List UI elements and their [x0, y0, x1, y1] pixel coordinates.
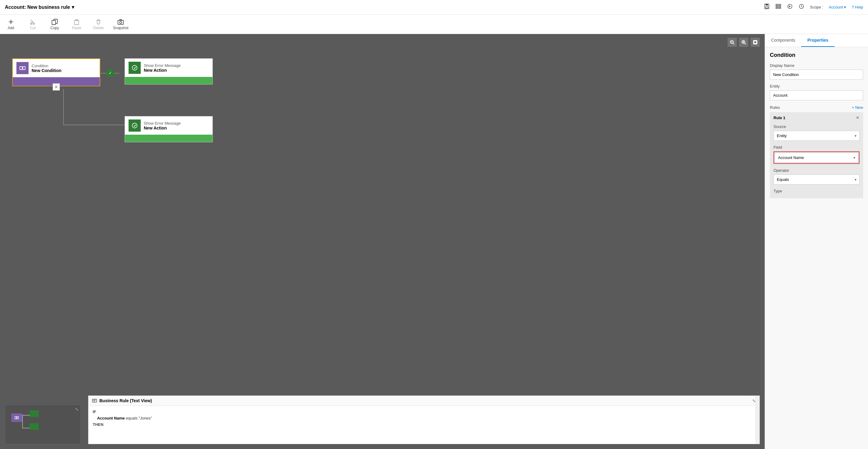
text-view-icon	[92, 398, 97, 403]
snapshot-button[interactable]: Snapshot	[113, 19, 129, 30]
action-true-top: Show Error Message New Action	[125, 59, 212, 77]
copy-label: Copy	[51, 26, 59, 30]
scope-value[interactable]: Account ▾	[829, 5, 846, 9]
svg-rect-17	[76, 20, 78, 21]
svg-rect-29	[754, 41, 756, 43]
connector-vertical	[63, 89, 64, 125]
panel-section-title: Condition	[770, 52, 863, 58]
mini-action-true-node	[29, 410, 39, 417]
cut-label: Cut	[30, 26, 36, 30]
history-icon[interactable]	[798, 3, 804, 11]
snapshot-label: Snapshot	[113, 26, 129, 30]
source-label: Source	[773, 124, 860, 129]
text-view-body: IF Account Name equals "Jones" THEN	[88, 406, 760, 431]
svg-rect-18	[97, 20, 100, 24]
panel-tabs: Components Properties	[765, 34, 868, 47]
display-name-label: Display Name	[770, 63, 863, 68]
svg-rect-31	[23, 67, 25, 70]
mini-expand-button[interactable]: ⤡	[75, 407, 79, 412]
action-false-node[interactable]: Show Error Message New Action	[125, 116, 213, 142]
svg-point-13	[33, 23, 35, 24]
connector-true: ✓	[101, 73, 119, 73]
add-button[interactable]: Add	[4, 19, 18, 30]
svg-rect-19	[118, 20, 123, 24]
field-select-inner-wrapper: Account Name ▾	[775, 153, 858, 162]
svg-line-38	[135, 125, 136, 126]
tab-components[interactable]: Components	[765, 34, 801, 47]
panel-body: Condition Display Name Entity Rules + Ne…	[765, 47, 868, 449]
svg-rect-2	[766, 7, 768, 8]
true-check-badge: ✓	[106, 69, 114, 77]
condition-node-top: Condition New Condition	[13, 59, 100, 77]
operator-select[interactable]: Equals	[773, 175, 860, 184]
action-false-bar	[125, 135, 212, 142]
add-label: Add	[8, 26, 14, 30]
properties-icon[interactable]	[775, 3, 781, 11]
action-false-top: Show Error Message New Action	[125, 116, 212, 135]
entity-label: Entity	[770, 84, 863, 88]
field-label: Field	[773, 145, 860, 150]
save-icon[interactable]	[764, 3, 770, 11]
title-left: Account: New business rule ▾	[5, 4, 74, 10]
zoom-out-button[interactable]	[727, 38, 737, 47]
condition-node[interactable]: Condition New Condition ✕	[12, 58, 100, 86]
then-keyword: THEN	[93, 422, 103, 427]
paste-button[interactable]: Paste	[69, 19, 84, 30]
condition-type-label: Condition	[32, 63, 61, 68]
canvas-controls	[727, 38, 760, 47]
title-bar: Account: New business rule ▾	[0, 0, 868, 14]
text-view-scrollbar[interactable]	[755, 396, 760, 444]
title-dropdown-icon[interactable]: ▾	[72, 4, 74, 10]
rule-card-header: Rule 1 ✕	[773, 115, 860, 120]
scope-label: Scope :	[810, 5, 823, 9]
display-name-input[interactable]	[770, 70, 863, 80]
mini-condition-node	[11, 413, 22, 422]
canvas-area[interactable]: Condition New Condition ✕ ✓	[0, 34, 765, 449]
action-true-type: Show Error Message	[144, 63, 181, 68]
rule-card-1: Rule 1 ✕ Source Entity ▾ Field Accou	[770, 112, 863, 198]
field-select[interactable]: Account Name	[775, 153, 858, 162]
page-title: Account: New business rule	[5, 5, 70, 10]
cut-button[interactable]: Cut	[26, 19, 40, 30]
condition-delete-button[interactable]: ✕	[53, 83, 60, 91]
type-label: Type	[773, 189, 860, 193]
source-select[interactable]: Entity	[773, 131, 860, 141]
action-false-name: New Action	[144, 125, 181, 130]
operator-select-wrapper: Equals ▾	[773, 175, 860, 184]
activate-icon[interactable]	[787, 3, 793, 11]
toolbar: Add Cut Copy Paste Delete	[0, 14, 868, 34]
if-keyword: IF	[93, 410, 96, 414]
rules-header: Rules + New	[770, 105, 863, 110]
connector-horizontal	[63, 125, 131, 125]
action-false-icon	[129, 119, 141, 131]
right-panel: Components Properties Condition Display …	[765, 34, 868, 449]
zoom-in-button[interactable]	[739, 38, 748, 47]
source-select-wrapper: Entity ▾	[773, 131, 860, 141]
action-true-bar	[125, 77, 212, 84]
action-false-type: Show Error Message	[144, 121, 181, 125]
main-layout: Condition New Condition ✕ ✓	[0, 34, 868, 449]
svg-rect-3	[776, 4, 781, 5]
svg-line-23	[733, 43, 734, 44]
text-view-title: Business Rule (Text View)	[92, 398, 152, 403]
svg-rect-41	[92, 399, 97, 402]
entity-input[interactable]	[770, 90, 863, 100]
rule-card-title: Rule 1	[773, 116, 785, 120]
svg-rect-5	[776, 8, 781, 8]
action-true-node[interactable]: Show Error Message New Action	[125, 58, 213, 85]
svg-rect-4	[776, 6, 781, 7]
new-rule-link[interactable]: + New	[852, 105, 863, 110]
title-right: Scope : Account ▾ ? Help	[764, 3, 863, 11]
fit-view-button[interactable]	[751, 38, 760, 47]
copy-button[interactable]: Copy	[48, 19, 62, 30]
help-link[interactable]: ? Help	[851, 5, 863, 9]
text-view-panel: Business Rule (Text View) ⤡ IF Account N…	[88, 395, 760, 444]
tab-properties[interactable]: Properties	[801, 34, 834, 47]
svg-line-35	[135, 67, 136, 69]
rule-close-button[interactable]: ✕	[856, 115, 860, 120]
rules-label: Rules	[770, 105, 780, 110]
svg-rect-39	[15, 417, 17, 419]
condition-name: New Condition	[32, 68, 61, 73]
delete-button[interactable]: Delete	[91, 19, 106, 30]
condition-icon	[17, 62, 29, 74]
